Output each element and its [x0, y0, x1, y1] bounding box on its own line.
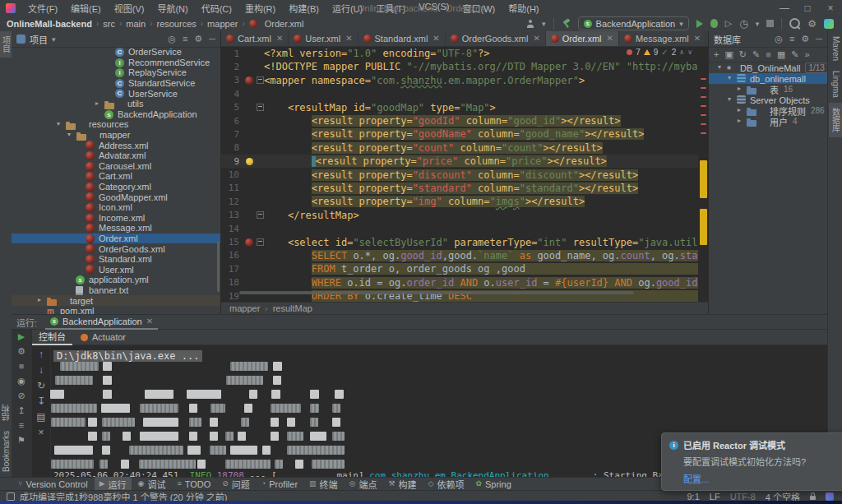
- settings-gear-icon[interactable]: ⚙: [807, 19, 817, 29]
- editor-breadcrumb-item[interactable]: mapper: [229, 303, 260, 313]
- project-tree-item[interactable]: Message.xml: [12, 223, 220, 234]
- lock-icon[interactable]: [810, 496, 816, 500]
- code-line[interactable]: 16 SELECT o.*, og.good_id,good.`name` as…: [221, 249, 708, 262]
- editor-tab-user-xml[interactable]: User.xml✕: [289, 31, 358, 46]
- breadcrumb-item[interactable]: main: [126, 19, 146, 29]
- code-line[interactable]: 13 </resultMap>: [221, 209, 708, 222]
- inspections-widget[interactable]: 79✓2∧∨: [624, 48, 695, 57]
- toolwindow-profiler[interactable]: ◔Profiler: [257, 479, 303, 490]
- toolwindow-deps[interactable]: ◇依赖项: [423, 477, 470, 492]
- mybatis-gutter-icon[interactable]: [245, 238, 253, 247]
- prev-issue-icon[interactable]: ∧: [679, 49, 684, 56]
- project-tree-item[interactable]: Carousel.xml: [12, 161, 220, 172]
- collapse-all-icon[interactable]: ≡: [183, 35, 187, 44]
- line-ending[interactable]: LF: [710, 492, 720, 502]
- layout-icon[interactable]: ≡: [19, 421, 24, 430]
- editor-breadcrumb-item[interactable]: resultMap: [273, 303, 312, 313]
- duplicate-icon[interactable]: ▣: [724, 50, 733, 59]
- run-tab[interactable]: s BackendApplication ✕: [45, 314, 158, 330]
- breadcrumb-item[interactable]: resources: [156, 19, 196, 29]
- menu-item[interactable]: 文件(F): [22, 0, 63, 16]
- project-tree-item[interactable]: Cart.xml: [12, 171, 220, 182]
- pin-icon[interactable]: ⚑: [17, 436, 25, 445]
- tool-stripe-maven-icon[interactable]: Maven: [830, 31, 841, 66]
- to-top-icon[interactable]: ↑: [39, 349, 44, 359]
- mybatis-gutter-icon[interactable]: [245, 76, 253, 85]
- menu-item[interactable]: 代码(C): [196, 0, 238, 16]
- project-tree-item[interactable]: CUserService: [12, 88, 220, 99]
- menu-item[interactable]: 导航(N): [151, 0, 193, 16]
- project-tree-item[interactable]: Icon.xml: [12, 202, 220, 213]
- code-line[interactable]: 17 FROM t_order o, order_goods og ,good: [221, 262, 708, 275]
- tab-console[interactable]: 控制台: [32, 329, 72, 345]
- chevron-down-icon[interactable]: ▾: [725, 74, 733, 81]
- chevron-right-icon[interactable]: ▸: [735, 85, 743, 92]
- toolwindow-todo[interactable]: ≡TODO: [172, 479, 215, 490]
- detach-icon[interactable]: ↥: [17, 406, 25, 415]
- settings-gear-icon[interactable]: ⚙: [801, 35, 809, 44]
- project-tree-item[interactable]: CStandardService: [12, 78, 220, 89]
- coverage-button[interactable]: ▷: [725, 18, 732, 29]
- tab-actuator[interactable]: Actuator: [74, 330, 132, 344]
- code-line[interactable]: 12 <result property="img" column="imgs">…: [221, 195, 708, 208]
- database-tree-item[interactable]: ▸用户4: [709, 116, 827, 127]
- next-issue-icon[interactable]: ∨: [687, 49, 692, 56]
- project-tree-item[interactable]: GoodMapper.xml: [12, 192, 220, 202]
- editor-tab-ordergoods-xml[interactable]: OrderGoods.xml✕: [446, 31, 546, 46]
- kill-icon[interactable]: ⊘: [17, 391, 25, 400]
- code-line[interactable]: 6 <result property="goodId" column="good…: [221, 114, 708, 127]
- project-panel-title[interactable]: 项目: [30, 33, 48, 46]
- project-tree-item[interactable]: OrderGoods.xml: [12, 243, 220, 254]
- hide-panel-icon[interactable]: ─: [209, 35, 215, 44]
- user-icon[interactable]: [526, 20, 534, 28]
- close-icon[interactable]: ✕: [345, 34, 352, 43]
- breadcrumb-item[interactable]: mapper: [207, 19, 238, 29]
- close-icon[interactable]: ✕: [433, 34, 439, 43]
- toolwindow-terminal[interactable]: ▥终端: [304, 477, 343, 492]
- project-tree-item[interactable]: ▾mapper: [12, 130, 220, 141]
- inspection-profile-icon[interactable]: [826, 492, 834, 501]
- project-tree-item[interactable]: User.xml: [12, 264, 220, 275]
- dump-icon[interactable]: ◉: [17, 377, 25, 386]
- run-configuration-select[interactable]: s BackendApplication ▾: [578, 16, 689, 30]
- code-line[interactable]: 3<mapper namespace="com.shanzhu.em.mappe…: [221, 74, 708, 87]
- toolwindow-branch[interactable]: ⑂Version Control: [13, 479, 93, 490]
- database-tree-item[interactable]: ▸表16: [709, 84, 827, 95]
- print-icon[interactable]: ▤: [36, 412, 45, 422]
- menu-item[interactable]: 帮助(H): [502, 0, 544, 16]
- build-hammer-icon[interactable]: [562, 19, 571, 28]
- chevron-down-icon[interactable]: ▾: [54, 120, 62, 127]
- project-tree-item[interactable]: banner.txt: [12, 285, 220, 296]
- chevron-right-icon[interactable]: ▸: [735, 117, 743, 124]
- database-tree-item[interactable]: ▾Server Objects: [709, 95, 827, 105]
- maximize-button[interactable]: □: [796, 2, 819, 14]
- status-window-icon[interactable]: [7, 492, 15, 501]
- code-line[interactable]: 4: [221, 87, 708, 100]
- scrollbar[interactable]: [217, 241, 220, 292]
- code-line[interactable]: 2<!DOCTYPE mapper PUBLIC "-//mybatis.org…: [221, 60, 708, 73]
- stop-icon[interactable]: ■: [19, 362, 25, 371]
- settings-gear-icon[interactable]: ⚙: [194, 35, 202, 44]
- project-tree-item[interactable]: mpom.xml: [12, 306, 220, 314]
- database-tree-item[interactable]: ▾*DB_OnlineMall1/13: [709, 62, 827, 73]
- locate-icon[interactable]: ◎: [775, 35, 783, 44]
- stop-button[interactable]: [766, 20, 774, 27]
- minimize-button[interactable]: —: [773, 2, 796, 14]
- close-icon[interactable]: ✕: [533, 34, 539, 43]
- code-line[interactable]: 7 <result property="goodName" column="go…: [221, 127, 708, 141]
- project-tree-item[interactable]: sapplication.yml: [12, 275, 220, 285]
- chevron-right-icon[interactable]: ▸: [93, 99, 101, 107]
- add-icon[interactable]: +: [714, 50, 719, 59]
- breadcrumb-item[interactable]: Order.xml: [265, 19, 304, 29]
- project-tree-item[interactable]: COrderService: [12, 47, 220, 58]
- search-icon[interactable]: [789, 18, 800, 29]
- horizontal-scrollbar[interactable]: [239, 291, 634, 294]
- soft-wrap-icon[interactable]: ↻: [37, 381, 45, 391]
- close-icon[interactable]: ✕: [146, 317, 153, 326]
- chevron-down-icon[interactable]: ▾: [65, 131, 73, 138]
- project-tree-item[interactable]: IReplayService: [12, 67, 220, 78]
- chevron-down-icon[interactable]: ▾: [756, 20, 760, 28]
- fold-marker-icon[interactable]: [257, 104, 264, 111]
- editor-tab-cart-xml[interactable]: Cart.xml✕: [221, 31, 289, 46]
- project-tree-item[interactable]: Category.xml: [12, 182, 220, 192]
